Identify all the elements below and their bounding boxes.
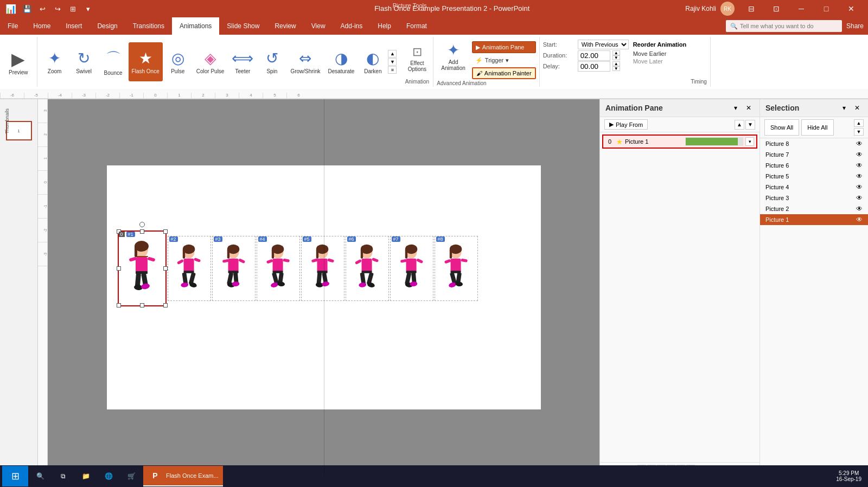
store-btn[interactable]: 🛒 bbox=[120, 466, 142, 486]
undo-btn[interactable]: ↩ bbox=[36, 2, 49, 15]
start-select[interactable]: With Previous bbox=[578, 40, 629, 49]
tab-insert[interactable]: Insert bbox=[58, 17, 90, 35]
grow-shrink-btn[interactable]: ⇔ Grow/Shrink bbox=[287, 42, 323, 81]
sel-item-1[interactable]: Picture 1 👁 bbox=[760, 214, 868, 225]
sel-item-3[interactable]: Picture 3 👁 bbox=[760, 193, 868, 203]
tab-review[interactable]: Review bbox=[267, 17, 303, 35]
hide-all-btn[interactable]: Hide All bbox=[801, 119, 833, 136]
rotate-handle[interactable] bbox=[139, 222, 145, 227]
ribbon-toggle[interactable]: ⊡ bbox=[764, 0, 789, 17]
tab-transitions[interactable]: Transitions bbox=[125, 17, 172, 35]
handle-bl[interactable] bbox=[117, 303, 121, 307]
search-input[interactable] bbox=[740, 23, 838, 29]
sel-item-7[interactable]: Picture 7 👁 bbox=[760, 149, 868, 160]
task-view-btn[interactable]: ⧉ bbox=[52, 466, 74, 486]
anim-scroll-up[interactable]: ▲ bbox=[388, 50, 397, 57]
duration-down[interactable]: ▼ bbox=[612, 55, 620, 60]
visibility-icon-2[interactable]: 👁 bbox=[856, 205, 863, 213]
present-btn[interactable]: ⊞ bbox=[66, 2, 79, 15]
duration-up[interactable]: ▲ bbox=[612, 50, 620, 55]
anim-scroll-down[interactable]: ▼ bbox=[388, 58, 397, 66]
share-btn[interactable]: Share bbox=[846, 22, 864, 30]
pf-up[interactable]: ▲ bbox=[735, 120, 744, 130]
qa-dropdown[interactable]: ▾ bbox=[81, 2, 94, 15]
sel-close-btn[interactable]: ✕ bbox=[852, 102, 863, 113]
trigger-btn[interactable]: ⚡ Trigger ▾ bbox=[472, 54, 536, 66]
pf-down[interactable]: ▼ bbox=[745, 120, 755, 130]
char-5-container[interactable]: #5 bbox=[301, 236, 344, 301]
tab-file[interactable]: File bbox=[0, 17, 25, 35]
char-2-container[interactable]: #2 bbox=[168, 236, 211, 301]
edge-btn[interactable]: 🌐 bbox=[98, 466, 119, 486]
teeter-btn[interactable]: ⟺ Teeter bbox=[228, 42, 257, 81]
animation-pane-btn[interactable]: ▶ Animation Pane bbox=[472, 41, 536, 53]
maximize-btn[interactable]: □ bbox=[814, 0, 839, 17]
char-3-container[interactable]: #3 bbox=[212, 236, 256, 301]
visibility-icon-1[interactable]: 👁 bbox=[856, 216, 863, 223]
duration-input[interactable] bbox=[578, 50, 610, 61]
show-all-btn[interactable]: Show All bbox=[764, 119, 799, 136]
visibility-icon-5[interactable]: 👁 bbox=[856, 172, 863, 180]
desaturate-btn[interactable]: ◑ Desaturate bbox=[324, 42, 358, 81]
tab-design[interactable]: Design bbox=[90, 17, 125, 35]
char-6-container[interactable]: #6 bbox=[346, 236, 389, 301]
preview-button[interactable]: ▶ Preview bbox=[3, 44, 34, 80]
file-explorer-btn[interactable]: 📁 bbox=[75, 466, 97, 486]
play-from-btn[interactable]: ▶ Play From bbox=[604, 119, 648, 130]
char-1-container[interactable]: 0 #1 bbox=[118, 230, 167, 306]
sel-item-6[interactable]: Picture 6 👁 bbox=[760, 160, 868, 171]
anim-item-1[interactable]: 0 ★ Picture 1 ▾ bbox=[602, 134, 757, 149]
sel-item-2[interactable]: Picture 2 👁 bbox=[760, 203, 868, 214]
redo-btn[interactable]: ↪ bbox=[51, 2, 64, 15]
delay-input[interactable] bbox=[578, 61, 610, 72]
animation-painter-btn[interactable]: 🖌 Animation Painter bbox=[472, 67, 536, 79]
tab-addins[interactable]: Add-ins bbox=[333, 17, 371, 35]
delay-down[interactable]: ▼ bbox=[612, 66, 620, 71]
sel-item-5[interactable]: Picture 5 👁 bbox=[760, 171, 868, 182]
darken-btn[interactable]: ◐ Darken bbox=[359, 42, 387, 81]
color-pulse-btn[interactable]: ◈ Color Pulse bbox=[193, 42, 228, 81]
bounce-btn[interactable]: ⌒ Bounce bbox=[99, 42, 127, 81]
char-8-container[interactable]: #8 bbox=[435, 236, 478, 301]
handle-r[interactable] bbox=[163, 266, 168, 271]
move-later-btn[interactable]: Move Later bbox=[633, 57, 687, 65]
tab-animations[interactable]: Animations bbox=[172, 17, 219, 35]
tab-view[interactable]: View bbox=[304, 17, 333, 35]
char-4-container[interactable]: #4 bbox=[257, 236, 300, 301]
add-animation-btn[interactable]: ✦ AddAnimation bbox=[437, 39, 469, 73]
sel-up[interactable]: ▲ bbox=[854, 119, 864, 127]
tab-help[interactable]: Help bbox=[370, 17, 399, 35]
pane-close-btn[interactable]: ✕ bbox=[743, 102, 754, 113]
anim-dropdown-btn[interactable]: ▾ bbox=[745, 137, 754, 146]
visibility-icon-6[interactable]: 👁 bbox=[856, 162, 863, 169]
minimize-btn[interactable]: ─ bbox=[789, 0, 814, 17]
pane-expand-btn[interactable]: ▾ bbox=[730, 102, 741, 113]
handle-b[interactable] bbox=[140, 303, 144, 307]
delay-up[interactable]: ▲ bbox=[612, 61, 620, 66]
char-7-container[interactable]: #7 bbox=[390, 236, 433, 301]
ppt-taskbar-btn[interactable]: P Flash Once Exam... bbox=[143, 466, 223, 486]
visibility-icon-8[interactable]: 👁 bbox=[856, 140, 863, 148]
user-avatar[interactable]: RK bbox=[720, 2, 735, 16]
pulse-btn[interactable]: ◎ Pulse bbox=[164, 42, 192, 81]
layout-toggle[interactable]: ⊟ bbox=[739, 0, 764, 17]
swivel-btn[interactable]: ↻ Swivel bbox=[70, 42, 98, 81]
sel-down[interactable]: ▼ bbox=[854, 128, 864, 136]
spin-btn[interactable]: ↺ Spin bbox=[258, 42, 286, 81]
flash-once-btn[interactable]: ★ Flash Once bbox=[129, 42, 163, 81]
zoom-btn[interactable]: ✦ Zoom bbox=[41, 42, 69, 81]
anim-scroll-more[interactable]: ≡ bbox=[388, 66, 397, 74]
handle-tr[interactable] bbox=[163, 229, 168, 234]
handle-t[interactable] bbox=[140, 229, 144, 234]
save-btn[interactable]: 💾 bbox=[21, 2, 34, 15]
tab-home[interactable]: Home bbox=[25, 17, 58, 35]
visibility-icon-7[interactable]: 👁 bbox=[856, 151, 863, 158]
handle-br[interactable] bbox=[163, 303, 168, 307]
sel-item-4[interactable]: Picture 4 👁 bbox=[760, 182, 868, 193]
visibility-icon-3[interactable]: 👁 bbox=[856, 194, 863, 202]
close-btn[interactable]: ✕ bbox=[839, 0, 864, 17]
visibility-icon-4[interactable]: 👁 bbox=[856, 183, 863, 191]
tab-slideshow[interactable]: Slide Show bbox=[219, 17, 267, 35]
start-btn[interactable]: ⊞ bbox=[2, 466, 28, 486]
search-taskbar-btn[interactable]: 🔍 bbox=[29, 466, 51, 486]
